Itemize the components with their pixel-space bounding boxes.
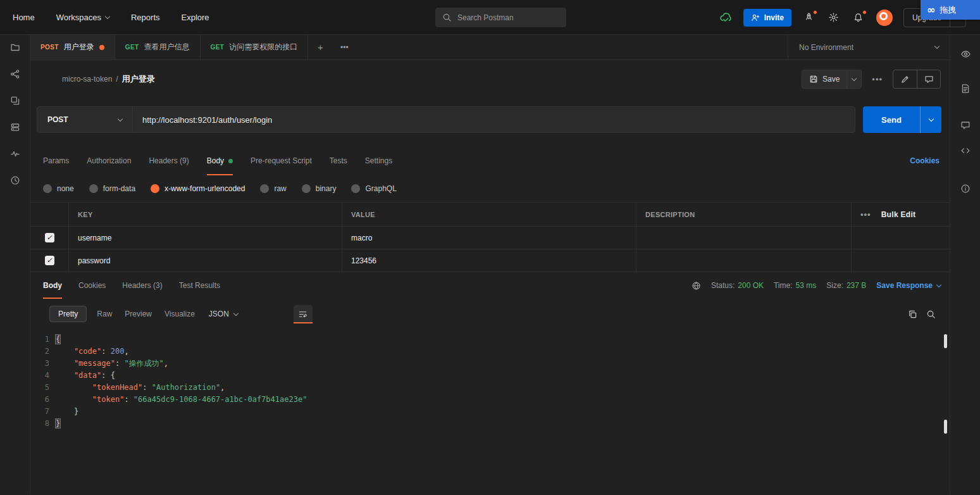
view-tab-raw[interactable]: Raw xyxy=(94,306,115,322)
breadcrumb-separator: / xyxy=(116,75,118,84)
comments-button[interactable] xyxy=(917,70,940,88)
url-input[interactable]: http://localhost:9201/auth/user/login xyxy=(132,107,855,132)
new-tab-button[interactable]: + xyxy=(308,35,332,60)
request-tab-1[interactable]: POST 用户登录 xyxy=(30,35,115,60)
row-checkbox-checked[interactable] xyxy=(45,233,54,242)
cookies-link[interactable]: Cookies xyxy=(910,156,940,165)
body-mode-graphql[interactable]: GraphQL xyxy=(351,184,396,193)
table-row[interactable]: password 123456 xyxy=(30,249,950,272)
body-mode-none[interactable]: none xyxy=(43,184,74,193)
more-options-button[interactable]: ••• xyxy=(872,75,883,84)
view-tab-pretty[interactable]: Pretty xyxy=(49,306,87,322)
breadcrumb-request-name[interactable]: 用户登录 xyxy=(122,73,155,85)
table-row[interactable]: username macro xyxy=(30,227,950,249)
header-checkbox-cell xyxy=(30,203,68,226)
request-tab-2[interactable]: GET 查看用户信息 xyxy=(115,35,201,60)
copy-icon[interactable] xyxy=(908,310,917,319)
history-icon[interactable] xyxy=(6,172,25,189)
tab-body[interactable]: Body xyxy=(207,146,233,175)
header-key: KEY xyxy=(68,203,342,226)
bulk-edit-button[interactable]: Bulk Edit xyxy=(881,210,916,219)
save-options-chevron[interactable] xyxy=(847,70,861,88)
scrollbar-thumb[interactable] xyxy=(944,420,947,434)
body-mode-binary[interactable]: binary xyxy=(302,184,337,193)
body-mode-raw[interactable]: raw xyxy=(260,184,286,193)
top-navbar: Home Workspaces Reports Explore Search P… xyxy=(0,0,980,35)
body-mode-form-data[interactable]: form-data xyxy=(89,184,135,193)
time-stat: Time:53 ms xyxy=(774,281,816,290)
monitors-icon[interactable] xyxy=(6,145,25,163)
code-snippet-icon[interactable] xyxy=(956,142,975,160)
body-mode-x-www-form-urlencoded[interactable]: x-www-form-urlencoded xyxy=(151,184,245,193)
view-tab-preview[interactable]: Preview xyxy=(122,306,154,322)
code-token: "code" xyxy=(74,347,101,356)
save-button[interactable]: Save xyxy=(802,70,862,89)
request-tab-3[interactable]: GET 访问需要权限的接口 xyxy=(201,35,309,60)
comments-panel-icon[interactable] xyxy=(956,116,975,134)
save-response-button[interactable]: Save Response xyxy=(876,281,941,290)
notifications-bell-icon[interactable] xyxy=(852,11,865,25)
search-input[interactable]: Search Postman xyxy=(435,8,566,27)
size-stat: Size:237 B xyxy=(826,281,866,290)
postman-logo[interactable] xyxy=(876,9,893,26)
line-number: 1 xyxy=(30,334,49,346)
table-options-button[interactable]: ••• xyxy=(860,210,871,219)
environment-quick-look-eye-icon[interactable] xyxy=(956,45,975,63)
row-checkbox-checked[interactable] xyxy=(45,256,54,265)
row-value[interactable]: 123456 xyxy=(342,249,636,272)
settings-gear-icon[interactable] xyxy=(827,11,841,25)
code-token: : xyxy=(101,347,110,356)
row-key[interactable]: username xyxy=(68,227,342,249)
wrap-lines-button[interactable] xyxy=(294,305,313,323)
network-globe-icon[interactable] xyxy=(692,281,701,291)
tab-tests[interactable]: Tests xyxy=(330,146,347,175)
screen-annotation-badge[interactable]: ∞ 拖拽 xyxy=(921,0,980,20)
search-icon xyxy=(442,13,452,22)
view-tab-visualize[interactable]: Visualize xyxy=(162,306,197,322)
nav-explore[interactable]: Explore xyxy=(182,13,209,22)
tab-params[interactable]: Params xyxy=(43,146,69,175)
nav-reports[interactable]: Reports xyxy=(131,13,160,22)
body-mode-label: x-www-form-urlencoded xyxy=(164,184,245,193)
response-body-viewer[interactable]: 12345678 {"code": 200,"message": "操作成功",… xyxy=(30,329,950,494)
cloud-sync-icon[interactable] xyxy=(719,11,733,25)
response-tab-headers[interactable]: Headers (3) xyxy=(122,272,162,299)
scrollbar-thumb[interactable] xyxy=(944,334,947,348)
chevron-down-icon xyxy=(936,282,941,287)
documentation-icon[interactable] xyxy=(956,80,975,97)
tab-options-button[interactable]: ••• xyxy=(332,35,356,60)
environment-selector[interactable]: No Environment xyxy=(788,35,950,60)
info-icon[interactable] xyxy=(956,180,975,197)
environments-icon[interactable] xyxy=(6,92,25,110)
header-actions: ••• Bulk Edit xyxy=(851,203,950,226)
invite-button[interactable]: Invite xyxy=(743,9,791,27)
format-select[interactable]: JSON xyxy=(205,310,242,318)
whats-new-rocket-icon[interactable] xyxy=(802,11,816,25)
row-value[interactable]: macro xyxy=(342,227,636,249)
search-response-icon[interactable] xyxy=(926,310,936,319)
collections-icon[interactable] xyxy=(6,39,25,56)
code-token: } xyxy=(74,407,78,416)
rename-pencil-button[interactable] xyxy=(893,70,917,88)
send-button[interactable]: Send xyxy=(863,106,941,133)
code-token: { xyxy=(56,335,60,344)
response-tab-body[interactable]: Body xyxy=(43,272,62,299)
nav-workspaces[interactable]: Workspaces xyxy=(56,13,109,22)
apis-icon[interactable] xyxy=(6,65,25,83)
breadcrumb-collection[interactable]: micro-sa-token xyxy=(62,75,112,84)
nav-home[interactable]: Home xyxy=(13,13,35,22)
row-key[interactable]: password xyxy=(68,249,342,272)
row-description[interactable] xyxy=(636,249,851,272)
code-line: "token": "66a45dc9-1068-4667-a1bc-0af7b4… xyxy=(56,394,950,406)
method-select[interactable]: POST xyxy=(37,107,132,132)
tab-authorization[interactable]: Authorization xyxy=(87,146,131,175)
tab-headers[interactable]: Headers (9) xyxy=(149,146,189,175)
row-description[interactable] xyxy=(636,227,851,249)
chevron-down-icon xyxy=(852,75,857,80)
mock-servers-icon[interactable] xyxy=(6,118,25,136)
send-options-chevron[interactable] xyxy=(920,106,941,133)
response-tab-test-results[interactable]: Test Results xyxy=(179,272,220,299)
tab-pre-request-script[interactable]: Pre-request Script xyxy=(251,146,312,175)
response-tab-cookies[interactable]: Cookies xyxy=(78,272,106,299)
tab-settings[interactable]: Settings xyxy=(365,146,392,175)
